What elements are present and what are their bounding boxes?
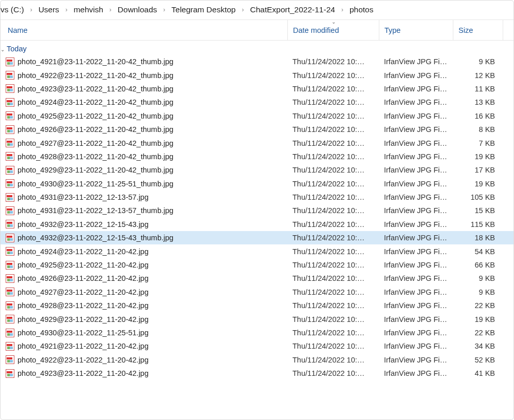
table-row[interactable]: photo_4929@23-11-2022_11-20-42.jpgThu/11… xyxy=(1,312,513,326)
file-date: Thu/11/24/2022 10:… xyxy=(287,71,379,80)
table-row[interactable]: photo_4930@23-11-2022_11-25-51_thumb.jpg… xyxy=(1,177,513,190)
file-date: Thu/11/24/2022 10:… xyxy=(287,220,379,228)
sort-caret-icon: ⌄ xyxy=(332,19,336,25)
file-date: Thu/11/24/2022 10:… xyxy=(287,206,379,215)
jpg-file-icon xyxy=(6,152,14,161)
file-type: IrfanView JPG Fi… xyxy=(379,288,453,296)
file-type: IrfanView JPG Fi… xyxy=(379,180,453,188)
file-date: Thu/11/24/2022 10:… xyxy=(287,152,379,161)
file-name: photo_4921@23-11-2022_11-20-42_thumb.jpg xyxy=(17,58,173,66)
file-size: 19 KB xyxy=(453,315,503,323)
file-type: IrfanView JPG Fi… xyxy=(379,125,453,133)
jpg-file-icon xyxy=(6,315,14,323)
chevron-right-icon: › xyxy=(341,6,343,13)
breadcrumb-segment[interactable]: Telegram Desktop xyxy=(172,5,236,14)
table-row[interactable]: photo_4926@23-11-2022_11-20-42_thumb.jpg… xyxy=(1,123,513,136)
table-row[interactable]: photo_4930@23-11-2022_11-25-51.jpgThu/11… xyxy=(1,326,513,339)
file-name: photo_4926@23-11-2022_11-20-42_thumb.jpg xyxy=(17,125,173,133)
file-date: Thu/11/24/2022 10:… xyxy=(287,112,379,120)
table-row[interactable]: photo_4921@23-11-2022_11-20-42.jpgThu/11… xyxy=(1,339,513,353)
jpg-file-icon xyxy=(6,288,14,296)
table-row[interactable]: photo_4932@23-11-2022_12-15-43_thumb.jpg… xyxy=(1,231,513,244)
jpg-file-icon xyxy=(6,274,14,283)
chevron-right-icon: › xyxy=(30,6,32,13)
table-row[interactable]: photo_4927@23-11-2022_11-20-42.jpgThu/11… xyxy=(1,285,513,299)
jpg-file-icon xyxy=(6,111,14,120)
file-name: photo_4929@23-11-2022_11-20-42_thumb.jpg xyxy=(17,166,173,174)
file-date: Thu/11/24/2022 10:… xyxy=(287,369,379,377)
file-type: IrfanView JPG Fi… xyxy=(379,342,453,350)
file-type: IrfanView JPG Fi… xyxy=(379,112,453,120)
column-header-size[interactable]: Size xyxy=(453,20,503,40)
file-name: photo_4930@23-11-2022_11-25-51.jpg xyxy=(17,329,149,337)
file-name: photo_4925@23-11-2022_11-20-42_thumb.jpg xyxy=(17,112,173,120)
file-date: Thu/11/24/2022 10:… xyxy=(287,315,379,323)
file-name: photo_4923@23-11-2022_11-20-42.jpg xyxy=(17,369,149,377)
breadcrumb-segment[interactable]: Users xyxy=(39,5,59,14)
table-row[interactable]: photo_4925@23-11-2022_11-20-42_thumb.jpg… xyxy=(1,109,513,123)
file-name: photo_4921@23-11-2022_11-20-42.jpg xyxy=(17,342,149,350)
file-date: Thu/11/24/2022 10:… xyxy=(287,234,379,242)
table-row[interactable]: photo_4927@23-11-2022_11-20-42_thumb.jpg… xyxy=(1,136,513,149)
breadcrumb-segment[interactable]: ChatExport_2022-11-24 xyxy=(250,5,335,14)
file-size: 13 KB xyxy=(453,98,503,106)
table-row[interactable]: photo_4926@23-11-2022_11-20-42.jpgThu/11… xyxy=(1,272,513,285)
file-type: IrfanView JPG Fi… xyxy=(379,315,453,323)
breadcrumb[interactable]: vs (C:)›Users›mehvish›Downloads›Telegram… xyxy=(1,1,513,20)
file-size: 19 KB xyxy=(453,180,503,188)
jpg-file-icon xyxy=(6,139,14,147)
file-size: 34 KB xyxy=(453,342,503,350)
file-name: photo_4924@23-11-2022_11-20-42.jpg xyxy=(17,247,149,256)
table-row[interactable]: photo_4932@23-11-2022_12-15-43.jpgThu/11… xyxy=(1,218,513,231)
file-type: IrfanView JPG Fi… xyxy=(379,369,453,377)
file-type: IrfanView JPG Fi… xyxy=(379,261,453,269)
file-date: Thu/11/24/2022 10:… xyxy=(287,193,379,201)
table-row[interactable]: photo_4921@23-11-2022_11-20-42_thumb.jpg… xyxy=(1,55,513,68)
file-size: 9 KB xyxy=(453,288,503,296)
file-size: 17 KB xyxy=(453,166,503,174)
file-size: 41 KB xyxy=(453,369,503,377)
file-type: IrfanView JPG Fi… xyxy=(379,356,453,364)
column-header-name[interactable]: Name xyxy=(1,20,287,40)
file-name: photo_4922@23-11-2022_11-20-42_thumb.jpg xyxy=(17,71,173,80)
table-row[interactable]: photo_4922@23-11-2022_11-20-42_thumb.jpg… xyxy=(1,68,513,82)
table-row[interactable]: photo_4928@23-11-2022_11-20-42.jpgThu/11… xyxy=(1,299,513,312)
file-size: 8 KB xyxy=(453,125,503,133)
file-size: 22 KB xyxy=(453,329,503,337)
breadcrumb-segment[interactable]: mehvish xyxy=(74,5,103,14)
file-date: Thu/11/24/2022 10:… xyxy=(287,166,379,174)
file-name: photo_4925@23-11-2022_11-20-42.jpg xyxy=(17,261,149,269)
jpg-file-icon xyxy=(6,98,14,107)
table-row[interactable]: photo_4923@23-11-2022_11-20-42.jpgThu/11… xyxy=(1,367,513,380)
file-name: photo_4927@23-11-2022_11-20-42_thumb.jpg xyxy=(17,139,173,147)
file-name: photo_4931@23-11-2022_12-13-57_thumb.jpg xyxy=(17,206,173,215)
table-row[interactable]: photo_4928@23-11-2022_11-20-42_thumb.jpg… xyxy=(1,150,513,163)
file-date: Thu/11/24/2022 10:… xyxy=(287,274,379,282)
table-row[interactable]: photo_4922@23-11-2022_11-20-42.jpgThu/11… xyxy=(1,353,513,367)
file-date: Thu/11/24/2022 10:… xyxy=(287,125,379,133)
file-list[interactable]: ⌄ Today photo_4921@23-11-2022_11-20-42_t… xyxy=(1,41,513,420)
breadcrumb-segment[interactable]: photos xyxy=(350,5,374,14)
group-header-today[interactable]: ⌄ Today xyxy=(1,41,513,55)
table-row[interactable]: photo_4931@23-11-2022_12-13-57.jpgThu/11… xyxy=(1,190,513,204)
file-size: 16 KB xyxy=(453,112,503,120)
table-row[interactable]: photo_4925@23-11-2022_11-20-42.jpgThu/11… xyxy=(1,258,513,272)
file-size: 115 KB xyxy=(453,220,503,228)
breadcrumb-segment[interactable]: vs (C:) xyxy=(1,5,24,14)
file-size: 18 KB xyxy=(453,234,503,242)
breadcrumb-segment[interactable]: Downloads xyxy=(118,5,157,14)
file-date: Thu/11/24/2022 10:… xyxy=(287,180,379,188)
file-date: Thu/11/24/2022 10:… xyxy=(287,58,379,66)
table-row[interactable]: photo_4929@23-11-2022_11-20-42_thumb.jpg… xyxy=(1,163,513,177)
file-name: photo_4922@23-11-2022_11-20-42.jpg xyxy=(17,356,149,364)
table-row[interactable]: photo_4923@23-11-2022_11-20-42_thumb.jpg… xyxy=(1,82,513,96)
column-header-type[interactable]: Type xyxy=(379,20,453,40)
table-row[interactable]: photo_4924@23-11-2022_11-20-42_thumb.jpg… xyxy=(1,96,513,109)
file-date: Thu/11/24/2022 10:… xyxy=(287,139,379,147)
column-header-date[interactable]: ⌄ Date modified xyxy=(287,20,379,40)
jpg-file-icon xyxy=(6,234,14,242)
table-row[interactable]: photo_4924@23-11-2022_11-20-42.jpgThu/11… xyxy=(1,244,513,258)
file-name: photo_4926@23-11-2022_11-20-42.jpg xyxy=(17,274,149,282)
table-row[interactable]: photo_4931@23-11-2022_12-13-57_thumb.jpg… xyxy=(1,204,513,217)
file-name: photo_4924@23-11-2022_11-20-42_thumb.jpg xyxy=(17,98,173,106)
